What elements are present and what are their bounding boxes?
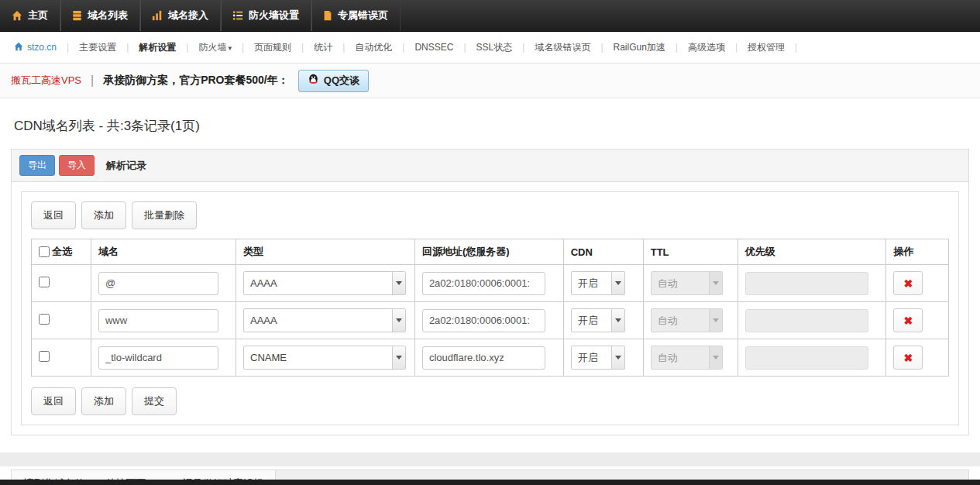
back-button-bottom[interactable]: 返回 (31, 387, 76, 415)
promo-separator: | (91, 74, 94, 88)
delete-row-button[interactable]: ✖ (893, 346, 923, 370)
delete-row-button[interactable]: ✖ (893, 308, 923, 332)
subnav-item-advanced-options[interactable]: 高级选项 (678, 41, 735, 54)
header-priority: 优先级 (738, 239, 886, 265)
type-select[interactable]: AAAA (243, 271, 406, 295)
header-origin: 回源地址(您服务器) (414, 239, 563, 265)
priority-input-disabled (745, 272, 868, 295)
vps-ad-link[interactable]: 搬瓦工高速VPS (11, 74, 81, 88)
subnav-item-authorization[interactable]: 授权管理 (738, 41, 795, 54)
panel-tabbar: 导出 导入 解析记录 (12, 150, 968, 182)
origin-input[interactable] (422, 272, 545, 295)
table-row: AAAA 开启 自动 ✖ (32, 265, 949, 302)
page-title: CDN域名列表 - 共:3条记录(1页) (14, 117, 966, 135)
ttl-select-disabled: 自动 (651, 308, 723, 332)
topnav-label: 域名接入 (168, 9, 208, 22)
subnav-domain-link[interactable]: stzo.cn (8, 42, 67, 53)
domain-input[interactable] (98, 272, 218, 295)
topnav-item-domain-access[interactable]: 域名接入 (140, 0, 221, 31)
qq-chat-label: QQ交谈 (324, 74, 359, 88)
subnav-item-railgun[interactable]: RailGun加速 (603, 41, 676, 54)
delete-icon: ✖ (904, 352, 913, 364)
chevron-down-icon (611, 272, 624, 294)
type-select[interactable]: AAAA (243, 308, 406, 332)
select-all-checkbox[interactable] (39, 246, 50, 257)
topnav-label: 防火墙设置 (249, 9, 299, 22)
subnav-item-auto-optimize[interactable]: 自动优化 (345, 41, 402, 54)
topnav-label: 域名列表 (88, 9, 128, 22)
header-cdn: CDN (563, 239, 643, 265)
header-action: 操作 (886, 239, 949, 265)
topnav-item-home[interactable]: 主页 (0, 0, 60, 31)
domain-input[interactable] (98, 346, 218, 370)
domain-input[interactable] (98, 309, 218, 332)
subnav-item-page-rules[interactable]: 页面规则 (244, 41, 301, 54)
chevron-down-icon (709, 272, 722, 294)
topnav-label: 主页 (28, 9, 48, 22)
topnav-item-domain-list[interactable]: 域名列表 (60, 0, 140, 31)
subnav-item-firewall[interactable]: 防火墙▾ (188, 41, 242, 54)
topnav-item-firewall-settings[interactable]: 防火墙设置 (221, 0, 311, 31)
add-button-bottom[interactable]: 添加 (81, 387, 126, 415)
domain-access-icon (152, 10, 163, 21)
type-select[interactable]: CNAME (243, 346, 406, 370)
origin-input[interactable] (422, 309, 545, 332)
table-header-row: 全选 域名 类型 回源地址(您服务器) CDN TTL 优先级 操作 (32, 239, 949, 265)
topnav-label: 专属错误页 (338, 9, 388, 22)
batch-delete-button[interactable]: 批量删除 (132, 201, 197, 229)
panel-body: 返回 添加 批量删除 全选 域名 类型 回源地址 (12, 182, 968, 435)
domain-list-icon (72, 10, 82, 21)
header-domain: 域名 (91, 239, 236, 265)
priority-input-disabled (745, 309, 868, 332)
submit-button[interactable]: 提交 (132, 387, 177, 415)
qq-penguin-icon (308, 74, 319, 88)
chevron-down-icon (611, 346, 624, 369)
toolbar-bottom: 返回 添加 提交 (31, 387, 949, 415)
select-all-label: 全选 (52, 245, 72, 259)
cdn-select[interactable]: 开启 (571, 308, 625, 332)
table-row: AAAA 开启 自动 ✖ (32, 302, 949, 339)
origin-input[interactable] (422, 346, 545, 370)
toolbar-top: 返回 添加 批量删除 (31, 201, 949, 229)
chevron-down-icon (392, 309, 405, 332)
chevron-down-icon (392, 346, 405, 369)
error-page-icon (323, 10, 332, 21)
top-navbar: 主页 域名列表 域名接入 防火墙设置 专属错误页 (0, 0, 980, 32)
import-button[interactable]: 导入 (59, 155, 95, 176)
section-divider (0, 452, 980, 466)
subnav-item-resolution-settings[interactable]: 解析设置 (129, 41, 186, 54)
chevron-down-icon (709, 309, 722, 332)
delete-row-button[interactable]: ✖ (893, 271, 923, 295)
qq-chat-button[interactable]: QQ交谈 (298, 70, 369, 92)
subnav-item-main-settings[interactable]: 主要设置 (69, 41, 126, 54)
add-button-top[interactable]: 添加 (81, 201, 126, 229)
chevron-down-icon (709, 346, 722, 369)
cdn-select[interactable]: 开启 (571, 271, 625, 295)
back-button-top[interactable]: 返回 (31, 201, 76, 229)
export-button[interactable]: 导出 (19, 155, 55, 176)
topnav-item-error-page[interactable]: 专属错误页 (311, 0, 401, 31)
row-checkbox[interactable] (39, 314, 50, 325)
home-icon-blue (14, 42, 23, 53)
subnav-item-ssl-status[interactable]: SSL状态 (466, 41, 523, 54)
header-type: 类型 (236, 239, 415, 265)
ttl-select-disabled: 自动 (651, 271, 723, 295)
subnav-item-statistics[interactable]: 统计 (304, 41, 342, 54)
records-form: 返回 添加 批量删除 全选 域名 类型 回源地址 (21, 191, 959, 425)
priority-input-disabled (745, 346, 868, 370)
chevron-down-icon (611, 309, 624, 332)
tab-resolution-records[interactable]: 解析记录 (106, 159, 146, 173)
subnav-item-domain-error-page[interactable]: 域名级错误页 (524, 41, 600, 54)
table-row: CNAME 开启 自动 ✖ (32, 339, 949, 377)
subnav-item-dnssec[interactable]: DNSSEC (404, 42, 463, 53)
promo-text: 承接防御方案，官方PRO套餐500/年： (103, 74, 289, 88)
subnav-separator: | (795, 42, 797, 53)
row-checkbox[interactable] (39, 351, 50, 362)
delete-icon: ✖ (904, 277, 913, 290)
row-checkbox[interactable] (39, 277, 50, 287)
header-ttl: TTL (643, 239, 738, 265)
chevron-down-icon: ▾ (228, 44, 232, 52)
home-icon (12, 10, 22, 21)
cdn-select[interactable]: 开启 (571, 346, 625, 370)
header-select-all: 全选 (32, 239, 91, 265)
